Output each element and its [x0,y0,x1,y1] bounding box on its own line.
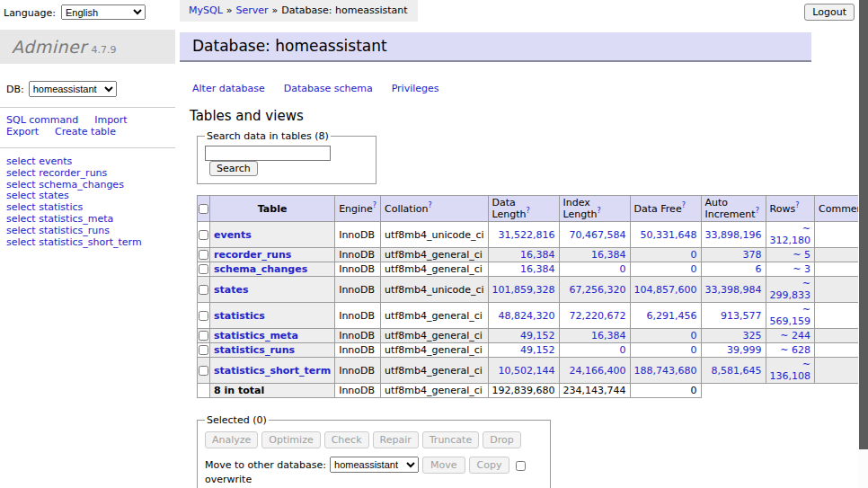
index-length-cell[interactable]: 67,256,320 [559,277,630,303]
auto-increment-cell[interactable]: 6 [701,262,766,277]
row-checkbox[interactable] [199,331,208,341]
sidebar-table-select-link[interactable]: select statistics_runs [6,225,110,236]
data-length-cell[interactable]: 49,152 [488,329,559,343]
row-checkbox[interactable] [199,250,208,260]
index-length-cell[interactable]: 0 [559,343,630,358]
search-input[interactable] [205,146,331,161]
row-checkbox[interactable] [199,264,208,274]
column-help-link[interactable]: ? [373,201,376,209]
drop-button[interactable]: Drop [483,431,520,448]
data-free-cell[interactable]: 104,857,600 [630,277,701,303]
data-free-cell[interactable]: 0 [630,329,701,343]
table-name-link[interactable]: states [214,284,249,296]
auto-increment-cell[interactable]: 325 [701,329,766,343]
auto-increment-cell[interactable]: 913,577 [701,303,766,329]
table-name-link[interactable]: schema_changes [214,263,307,275]
rows-count-cell[interactable]: ~ 5 [766,248,814,262]
search-button[interactable]: Search [209,161,258,176]
column-help-link[interactable]: ? [428,201,431,209]
sidebar-table-select-link[interactable]: select statistics_short_term [6,236,142,248]
export-link[interactable]: Export [6,126,39,138]
row-checkbox[interactable] [199,230,208,240]
truncate-button[interactable]: Truncate [422,431,479,448]
data-free-cell[interactable]: 0 [630,343,701,358]
create-table-link-sidebar[interactable]: Create table [55,126,116,138]
data-length-cell[interactable]: 16,384 [488,262,559,277]
column-help-link[interactable]: ? [527,207,530,215]
auto-increment-cell[interactable]: 33,398,984 [701,277,766,303]
scrollbar-thumb[interactable] [859,0,868,449]
row-checkbox[interactable] [199,311,208,321]
select-all-checkbox[interactable] [199,204,208,214]
index-length-cell[interactable]: 72,220,672 [559,303,630,329]
data-length-cell[interactable]: 101,859,328 [488,277,559,303]
row-checkbox[interactable] [199,285,208,295]
data-free-cell[interactable]: 6,291,456 [630,303,701,329]
import-link[interactable]: Import [94,114,128,126]
rows-count-cell[interactable]: ~ 299,833 [766,277,814,303]
move-button[interactable]: Move [422,457,465,474]
optimize-button[interactable]: Optimize [261,431,320,448]
overwrite-checkbox[interactable] [516,461,526,471]
move-database-select[interactable]: homeassistant [330,457,419,473]
logout-button[interactable]: Logout [804,4,855,21]
table-name-link[interactable]: statistics_runs [214,344,295,356]
db-select[interactable]: homeassistant [29,81,117,97]
index-length-cell[interactable]: 0 [559,262,630,277]
row-checkbox[interactable] [199,366,208,376]
privileges-link[interactable]: Privileges [392,83,439,94]
adminer-logo-text[interactable]: Adminer [12,37,87,57]
table-name-link[interactable]: statistics_short_term [214,365,331,377]
scrollbar[interactable] [858,0,868,488]
table-name-link[interactable]: statistics_meta [214,330,298,342]
sql-command-link[interactable]: SQL command [6,114,78,126]
index-length-cell[interactable]: 16,384 [559,329,630,343]
adminer-version[interactable]: 4.7.9 [92,44,117,56]
breadcrumb-server-link[interactable]: Server [236,4,269,16]
data-free-cell[interactable]: 188,743,680 [630,358,701,384]
rows-count-cell[interactable]: ~ 244 [766,329,814,343]
row-checkbox[interactable] [199,345,208,355]
sidebar-table-select-link[interactable]: select statistics [6,201,83,213]
auto-increment-cell[interactable]: 33,898,196 [701,222,766,248]
repair-button[interactable]: Repair [373,431,419,448]
data-length-cell[interactable]: 48,824,320 [488,303,559,329]
auto-increment-cell[interactable]: 378 [701,248,766,262]
data-length-cell[interactable]: 16,384 [488,248,559,262]
sidebar-table-select-link[interactable]: select states [6,190,69,201]
data-length-cell[interactable]: 49,152 [488,343,559,358]
table-name-link[interactable]: events [214,229,252,241]
alter-database-link[interactable]: Alter database [192,83,265,94]
sidebar-table-select-link[interactable]: select statistics_meta [6,213,113,225]
rows-count-cell[interactable]: ~ 628 [766,343,814,358]
rows-count-cell[interactable]: ~ 3 [766,262,814,277]
data-length-cell[interactable]: 31,522,816 [488,222,559,248]
table-name-link[interactable]: recorder_runs [214,249,291,261]
column-help-link[interactable]: ? [795,201,799,209]
sidebar-table-select-link[interactable]: select events [6,155,72,167]
breadcrumb-mysql-link[interactable]: MySQL [189,4,223,16]
table-name-link[interactable]: statistics [214,310,265,322]
index-length-cell[interactable]: 16,384 [559,248,630,262]
check-button[interactable]: Check [324,431,369,448]
column-help-link[interactable]: ? [598,207,601,215]
auto-increment-cell[interactable]: 39,999 [701,343,766,358]
rows-count-cell[interactable]: ~ 136,108 [766,358,814,384]
sidebar-table-select-link[interactable]: select recorder_runs [6,167,107,179]
data-length-cell[interactable]: 10,502,144 [488,358,559,384]
rows-count-cell[interactable]: ~ 569,159 [766,303,814,329]
database-schema-link[interactable]: Database schema [284,83,373,94]
language-select[interactable]: English [61,4,146,20]
column-help-link[interactable]: ? [682,201,686,209]
data-free-cell[interactable]: 0 [630,262,701,277]
index-length-cell[interactable]: 24,166,400 [559,358,630,384]
index-length-cell[interactable]: 70,467,584 [559,222,630,248]
data-free-cell[interactable]: 50,331,648 [630,222,701,248]
analyze-button[interactable]: Analyze [205,431,258,448]
sidebar-table-select-link[interactable]: select schema_changes [6,179,124,191]
data-free-cell[interactable]: 0 [630,248,701,262]
auto-increment-cell[interactable]: 8,581,645 [701,358,766,384]
copy-button[interactable]: Copy [469,457,510,474]
column-help-link[interactable]: ? [756,207,759,215]
rows-count-cell[interactable]: ~ 312,180 [766,222,814,248]
